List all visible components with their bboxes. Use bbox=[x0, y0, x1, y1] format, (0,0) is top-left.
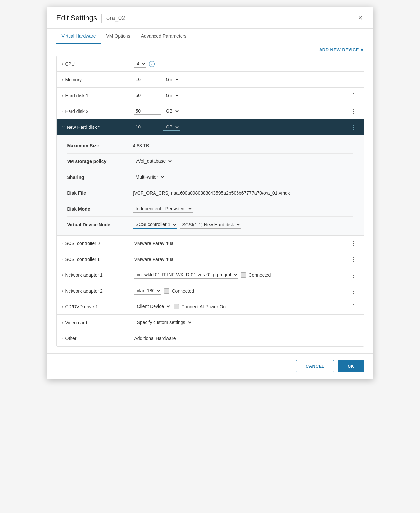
tab-virtual-hardware[interactable]: Virtual Hardware bbox=[56, 29, 101, 44]
videocard-settings-select[interactable]: Specify custom settings bbox=[134, 319, 192, 326]
disk-file-value: [VCF_ORA_CRS] naa.600a0980383043595a2b50… bbox=[133, 190, 353, 196]
new-hard-disk-detail-section: Maximum Size 4.83 TB VM storage policy v… bbox=[57, 135, 364, 236]
cancel-button[interactable]: CANCEL bbox=[296, 360, 334, 372]
cdrom-chevron[interactable]: › bbox=[62, 304, 63, 309]
dialog-subtitle: ora_02 bbox=[106, 15, 125, 22]
hard-disk-1-unit-select[interactable]: GB TB bbox=[163, 92, 180, 99]
cpu-count-select[interactable]: 4 2 8 bbox=[134, 60, 146, 68]
cpu-chevron[interactable]: › bbox=[62, 62, 63, 66]
cpu-info-icon[interactable]: i bbox=[149, 61, 155, 67]
memory-label-text: Memory bbox=[65, 77, 82, 82]
new-hard-disk-label-text: New Hard disk * bbox=[67, 125, 100, 130]
scsi1-row: › SCSI controller 1 VMware Paravirtual ⋮ bbox=[57, 251, 364, 267]
net1-label-text: Network adapter 1 bbox=[65, 272, 103, 278]
net2-chevron[interactable]: › bbox=[62, 289, 63, 293]
net2-connected-checkbox[interactable] bbox=[164, 288, 169, 294]
hard-disk-2-actions: ⋮ bbox=[349, 107, 358, 116]
net2-connected-label: Connected bbox=[172, 288, 194, 294]
videocard-chevron[interactable]: › bbox=[62, 320, 63, 325]
hard-disk-2-more-button[interactable]: ⋮ bbox=[349, 107, 358, 116]
hard-disk-1-row: › Hard disk 1 GB TB ⋮ bbox=[57, 88, 364, 103]
sharing-select[interactable]: Multi-writer None bbox=[133, 173, 165, 181]
hard-disk-1-input[interactable] bbox=[134, 92, 161, 99]
other-label-text: Other bbox=[65, 336, 77, 341]
storage-policy-row: VM storage policy vVol_database bbox=[67, 154, 353, 169]
storage-policy-select[interactable]: vVol_database bbox=[133, 157, 173, 165]
hard-disk-1-more-button[interactable]: ⋮ bbox=[349, 91, 358, 100]
new-hard-disk-input[interactable] bbox=[134, 124, 161, 130]
videocard-value: Specify custom settings bbox=[134, 319, 358, 326]
scsi0-value: VMware Paravirtual bbox=[134, 241, 349, 246]
disk-file-label: Disk File bbox=[67, 190, 133, 196]
scsi0-row: › SCSI controller 0 VMware Paravirtual ⋮ bbox=[57, 236, 364, 251]
videocard-label: › Video card bbox=[62, 320, 134, 325]
memory-row: › Memory GB MB bbox=[57, 72, 364, 88]
disk-mode-label: Disk Mode bbox=[67, 206, 133, 212]
scsi-slot-select[interactable]: SCSI(1:1) New Hard disk bbox=[180, 221, 241, 229]
memory-unit-select[interactable]: GB MB bbox=[163, 76, 180, 83]
net2-more-button[interactable]: ⋮ bbox=[349, 287, 358, 295]
net1-actions: ⋮ bbox=[349, 271, 358, 279]
net2-value: vlan-180 Connected bbox=[134, 287, 349, 295]
title-group: Edit Settings ora_02 bbox=[56, 14, 125, 23]
cdrom-value: Client Device Connect At Power On bbox=[134, 303, 349, 310]
scsi0-more-button[interactable]: ⋮ bbox=[349, 239, 358, 248]
vdev-node-label: Virtual Device Node bbox=[67, 222, 133, 227]
new-hard-disk-chevron[interactable]: ∨ bbox=[62, 125, 65, 129]
cpu-label: › CPU bbox=[62, 61, 134, 67]
cdrom-row: › CD/DVD drive 1 Client Device Connect A… bbox=[57, 299, 364, 315]
detail-grid: Maximum Size 4.83 TB VM storage policy v… bbox=[57, 135, 364, 235]
memory-label: › Memory bbox=[62, 77, 134, 82]
hard-disk-1-label-text: Hard disk 1 bbox=[65, 93, 89, 98]
scsi-controller-select[interactable]: SCSI controller 1 SCSI controller 0 bbox=[133, 221, 177, 229]
videocard-label-text: Video card bbox=[65, 320, 87, 325]
new-hard-disk-value: GB TB bbox=[134, 123, 349, 131]
tab-advanced-parameters[interactable]: Advanced Parameters bbox=[136, 29, 192, 44]
disk-file-row: Disk File [VCF_ORA_CRS] naa.600a09803830… bbox=[67, 185, 353, 201]
net1-chevron[interactable]: › bbox=[62, 273, 63, 277]
cpu-label-text: CPU bbox=[65, 61, 75, 67]
ok-button[interactable]: OK bbox=[338, 360, 364, 372]
cdrom-more-button[interactable]: ⋮ bbox=[349, 302, 358, 311]
scsi1-chevron[interactable]: › bbox=[62, 257, 63, 262]
disk-mode-select[interactable]: Independent - Persistent Persistent bbox=[133, 205, 193, 213]
sharing-label: Sharing bbox=[67, 175, 133, 180]
max-size-value: 4.83 TB bbox=[133, 143, 353, 148]
net2-row: › Network adapter 2 vlan-180 Connected ⋮ bbox=[57, 283, 364, 299]
scsi0-chevron[interactable]: › bbox=[62, 241, 63, 246]
add-new-device-button[interactable]: ADD NEW DEVICE ∨ bbox=[319, 47, 364, 52]
memory-chevron[interactable]: › bbox=[62, 77, 63, 82]
hardware-table: › CPU 4 2 8 i › Memory bbox=[56, 56, 364, 347]
memory-input[interactable] bbox=[134, 76, 161, 83]
hard-disk-1-actions: ⋮ bbox=[349, 91, 358, 100]
dialog-title: Edit Settings bbox=[56, 14, 97, 22]
max-size-label: Maximum Size bbox=[67, 143, 133, 148]
net1-connected-checkbox[interactable] bbox=[241, 272, 246, 278]
dialog-footer: CANCEL OK bbox=[47, 353, 373, 379]
net1-label: › Network adapter 1 bbox=[62, 272, 134, 278]
new-hard-disk-more-button[interactable]: ⋮ bbox=[349, 123, 358, 131]
net1-more-button[interactable]: ⋮ bbox=[349, 271, 358, 279]
scsi1-actions: ⋮ bbox=[349, 255, 358, 264]
hard-disk-2-input[interactable] bbox=[134, 108, 161, 115]
storage-policy-label: VM storage policy bbox=[67, 159, 133, 164]
hard-disk-2-unit-select[interactable]: GB TB bbox=[163, 107, 180, 115]
net1-network-select[interactable]: vcf-wkld-01-IT-INF-WKLD-01-vds-01-pg-mgm… bbox=[134, 271, 238, 279]
hard-disk-2-row: › Hard disk 2 GB TB ⋮ bbox=[57, 103, 364, 119]
new-hard-disk-unit-select[interactable]: GB TB bbox=[163, 123, 180, 131]
vdev-node-value: SCSI controller 1 SCSI controller 0 SCSI… bbox=[133, 221, 353, 229]
cdrom-power-checkbox[interactable] bbox=[174, 304, 179, 309]
scsi0-label: › SCSI controller 0 bbox=[62, 241, 134, 246]
hard-disk-2-chevron[interactable]: › bbox=[62, 109, 63, 114]
net2-network-select[interactable]: vlan-180 bbox=[134, 287, 161, 295]
close-button[interactable]: × bbox=[357, 13, 364, 23]
hard-disk-1-chevron[interactable]: › bbox=[62, 93, 63, 98]
hard-disk-1-label: › Hard disk 1 bbox=[62, 93, 134, 98]
cdrom-device-select[interactable]: Client Device bbox=[134, 303, 171, 310]
other-chevron[interactable]: › bbox=[62, 336, 63, 341]
new-hard-disk-label: ∨ New Hard disk * bbox=[62, 125, 134, 130]
scsi1-more-button[interactable]: ⋮ bbox=[349, 255, 358, 264]
other-row: › Other Additional Hardware bbox=[57, 330, 364, 346]
tab-vm-options[interactable]: VM Options bbox=[101, 29, 136, 44]
vdev-node-row: Virtual Device Node SCSI controller 1 SC… bbox=[67, 217, 353, 233]
